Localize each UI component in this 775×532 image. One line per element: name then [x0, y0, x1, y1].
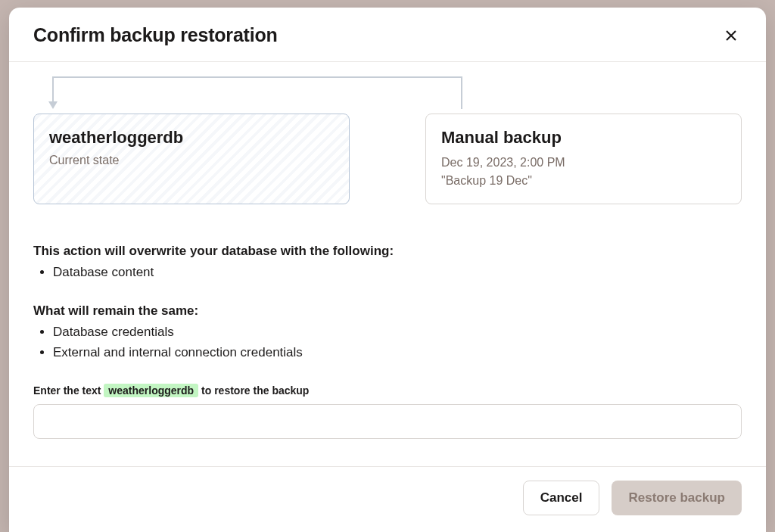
list-item: External and internal connection credent… [53, 342, 742, 362]
modal-title: Confirm backup restoration [33, 24, 278, 46]
restore-diagram: weatherloggerdb Current state Manual bac… [33, 83, 742, 204]
backup-label: "Backup 19 Dec" [441, 172, 726, 190]
database-name: weatherloggerdb [49, 128, 334, 148]
remain-heading: What will remain the same: [33, 303, 742, 319]
modal-header: Confirm backup restoration [9, 8, 766, 62]
confirm-highlight: weatherloggerdb [104, 384, 198, 397]
remain-list: Database credentials External and intern… [33, 322, 742, 362]
modal-body: weatherloggerdb Current state Manual bac… [9, 62, 766, 466]
overwrite-list: Database content [33, 262, 742, 282]
restore-button[interactable]: Restore backup [612, 481, 742, 515]
backup-card: Manual backup Dec 19, 2023, 2:00 PM "Bac… [425, 114, 742, 204]
confirm-prefix: Enter the text [33, 384, 104, 397]
list-item: Database content [53, 262, 742, 282]
confirm-instruction: Enter the text weatherloggerdb to restor… [33, 384, 742, 397]
backup-timestamp: Dec 19, 2023, 2:00 PM [441, 154, 726, 172]
close-button[interactable] [721, 25, 742, 46]
confirm-suffix: to restore the backup [198, 384, 309, 397]
confirm-input[interactable] [33, 404, 742, 439]
current-state-label: Current state [49, 154, 334, 167]
confirm-restore-modal: Confirm backup restoration weatherlogger… [9, 8, 766, 532]
close-icon [725, 30, 737, 42]
current-state-card: weatherloggerdb Current state [33, 114, 350, 204]
list-item: Database credentials [53, 322, 742, 342]
backup-details: Dec 19, 2023, 2:00 PM "Backup 19 Dec" [441, 154, 726, 190]
arrow-icon [44, 71, 465, 112]
modal-footer: Cancel Restore backup [9, 466, 766, 532]
backup-title: Manual backup [441, 128, 726, 148]
cancel-button[interactable]: Cancel [523, 481, 600, 515]
overwrite-heading: This action will overwrite your database… [33, 244, 742, 259]
